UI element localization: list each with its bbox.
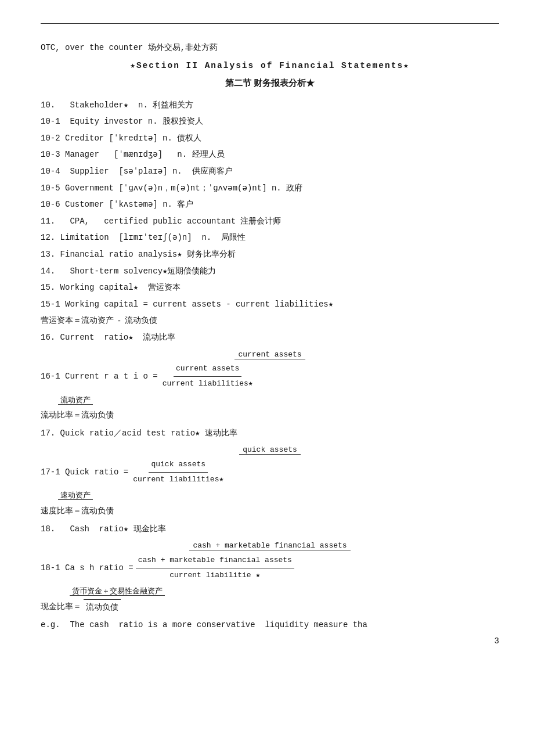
item-10-1: 10-1 Equity investor n. 股权投资人 — [41, 114, 499, 129]
item-18-1-fraction-num-row: cash + marketable financial assets — [41, 538, 499, 553]
item-18-1-cn-eq: 现金比率＝ — [41, 599, 81, 615]
item-10: 10. Stakeholder★ n. 利益相关方 — [41, 98, 499, 113]
item-13: 13. Financial ratio analysis★ 财务比率分析 — [41, 247, 499, 262]
fraction-16-1: current assets current liabilities★ — [160, 362, 255, 391]
item-17-1-fraction-num-row: quick assets — [41, 442, 499, 458]
item-17-1-cn-eq: 速度比率＝流动负债 — [41, 503, 499, 519]
fraction-16-numerator-text: current assets — [234, 350, 305, 359]
fraction-18-cn-num: 货币资金＋交易性金融资产 — [70, 586, 165, 596]
item-17-1-formula-row: 17-1 Quick ratio = quick assets current … — [41, 458, 499, 487]
item-17: 17. Quick ratio／acid test ratio★ 速动比率 — [41, 426, 499, 441]
item-10-2: 10-2 Creditor [ˈkredɪtə] n. 债权人 — [41, 131, 499, 146]
page-container: OTC, over the counter 场外交易,非处方药 ★Section… — [0, 0, 534, 657]
item-10-4: 10-4 Supplier [səˈplaɪə] n. 供应商客户 — [41, 164, 499, 179]
fraction-16-cn-num: 流动资产 — [58, 395, 93, 405]
section-header-cn: 第二节 财务报表分析★ — [41, 75, 499, 92]
fraction-17-numerator-text: quick assets — [239, 445, 301, 455]
item-16-1-cn-num-row: 流动资产 — [41, 393, 499, 408]
item-16-1-cn-eq: 流动比率＝流动负债 — [41, 408, 499, 423]
item-10-3: 10-3 Manager [ˈmænɪdʒə] n. 经理人员 — [41, 147, 499, 163]
item-15: 15. Working capital★ 营运资本 — [41, 280, 499, 296]
item-18: 18. Cash ratio★ 现金比率 — [41, 521, 499, 537]
item-16-1-formula-row: 16-1 Current r a t i o = current assets … — [41, 362, 499, 391]
fraction-18-1: cash + marketable financial assets curre… — [136, 553, 294, 582]
section-header-en: ★Section II Analysis of Financial Statem… — [41, 58, 499, 74]
item-16-1-fraction-num-row: current assets — [41, 347, 499, 362]
item-15-1: 15-1 Working capital = current assets - … — [41, 297, 499, 312]
item-18-1-cn-eq-row: 现金比率＝ 流动负债 — [41, 599, 499, 615]
fraction-18-num: cash + marketable financial assets — [136, 553, 294, 568]
item-18-1-formula-row: 18-1 Ca s h ratio = cash + marketable fi… — [41, 553, 499, 582]
item-17-1-cn-num-row: 速动资产 — [41, 488, 499, 503]
item-18-1-cn-den: 流动负债 — [84, 599, 121, 615]
fraction-18-den: current liabilitie ★ — [167, 568, 262, 583]
fraction-16-den: current liabilities★ — [160, 377, 255, 391]
item-17-1-label: 17-1 Quick ratio = — [41, 465, 128, 480]
item-16: 16. Current ratio★ 流动比率 — [41, 330, 499, 345]
content-block: OTC, over the counter 场外交易,非处方药 ★Section… — [41, 40, 499, 633]
fraction-17-den: current liabilities★ — [131, 473, 226, 487]
item-16-1-label: 16-1 Current r a t i o = — [41, 369, 158, 384]
item-18-1-label: 18-1 Ca s h ratio = — [41, 560, 134, 576]
item-15-1-cn: 营运资本＝流动资产 - 流动负债 — [41, 313, 499, 329]
fraction-16-num: current assets — [174, 362, 241, 377]
item-18-1-cn-num-row: 货币资金＋交易性金融资产 — [41, 584, 499, 599]
fraction-18-numerator-text: cash + marketable financial assets — [189, 541, 350, 550]
item-14: 14. Short-term solvency★短期偿债能力 — [41, 264, 499, 279]
top-divider — [41, 23, 499, 24]
page-number: 3 — [495, 636, 499, 646]
fraction-17-num: quick assets — [149, 458, 208, 473]
item-11: 11. CPA, certified public accountant 注册会… — [41, 214, 499, 229]
fraction-17-cn-num: 速动资产 — [58, 491, 93, 500]
fraction-17-1: quick assets current liabilities★ — [131, 458, 226, 487]
item-10-6: 10-6 Customer [ˈkʌstəmə] n. 客户 — [41, 197, 499, 213]
item-10-5: 10-5 Government [ˈɡʌv(ə)n，m(ə)nt；ˈɡʌvəm(… — [41, 181, 499, 196]
item-12: 12. Limitation [lɪmɪˈteɪʃ(ə)n] n. 局限性 — [41, 230, 499, 246]
otc-line: OTC, over the counter 场外交易,非处方药 — [41, 40, 499, 56]
item-eg: e.g. The cash ratio is a more conservati… — [41, 617, 499, 633]
